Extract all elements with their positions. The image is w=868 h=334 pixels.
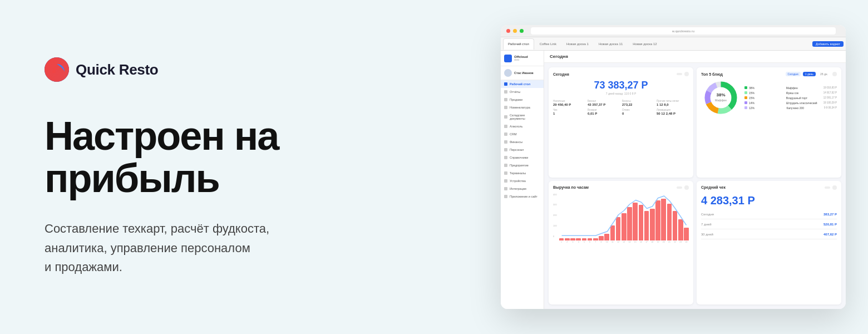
tab-bar: Рабочий стол Coffee Link Новая доска 1 Н… <box>501 37 846 51</box>
day-filter[interactable]: 1 день <box>803 72 816 76</box>
refresh-icon[interactable] <box>832 185 837 190</box>
stat-label: Прочие типы оплат <box>657 100 689 102</box>
left-section: Quick Resto Настроен на прибыль Составле… <box>0 0 456 334</box>
bar-fill <box>650 209 655 240</box>
svg-point-1 <box>45 57 69 82</box>
nav-item-reports[interactable]: Отчёты <box>501 88 544 96</box>
action-dots[interactable] <box>677 73 682 75</box>
bars-container: 12345678101112131415161718192021222324 <box>559 193 689 243</box>
dashboard-mockup: w.quickresto.ru Рабочий стол Coffee Link… <box>501 25 846 309</box>
legend-color <box>744 101 747 104</box>
action-dots[interactable] <box>825 186 830 189</box>
nav-item-integrations[interactable]: Интеграции <box>501 185 544 193</box>
svg-text:38%: 38% <box>716 92 725 97</box>
legend-color <box>744 91 747 94</box>
bar-col: 4 <box>576 238 581 243</box>
top-dishes-header: Топ 5 блюд Сегодня 1 день 28 дн. <box>701 72 837 76</box>
tab-workdesk[interactable]: Рабочий стол <box>503 38 534 50</box>
avg-rows: Сегодня 383,27 Р 7 дней 520,81 Р 30 дней… <box>701 213 837 239</box>
nav-item-warehouse[interactable]: Складские документы <box>501 111 544 122</box>
stat-value: 29 450,40 Р <box>553 103 585 106</box>
bar-col: 15 <box>633 203 638 243</box>
bar-col: 24 <box>684 228 689 243</box>
add-widget-button[interactable]: Добавить виджет <box>812 41 844 47</box>
bar-fill <box>673 211 678 240</box>
main-header: Сегодня <box>544 51 846 63</box>
logo-text: Quick Resto <box>76 61 158 78</box>
bar-fill <box>610 225 615 240</box>
bar-label: 10 <box>606 241 608 243</box>
top-dishes-widget: Топ 5 блюд Сегодня 1 день 28 дн. <box>697 67 841 178</box>
dot-yellow <box>513 29 517 33</box>
bar-chart-widget: Выручка по часам 400 300 200 10 <box>549 181 693 305</box>
refresh-icon[interactable] <box>684 185 689 190</box>
dot-green <box>520 29 524 33</box>
bar-fill <box>633 203 638 240</box>
bar-label: 24 <box>685 241 688 243</box>
avg-row-label: 7 дней <box>701 223 712 226</box>
avg-row-label: 30 дней <box>701 233 713 236</box>
tab-new1[interactable]: Новая доска 1 <box>562 38 593 50</box>
hero-title: Настроен на прибыль <box>45 115 412 199</box>
bar-label: 8 <box>600 241 601 243</box>
tab-new11[interactable]: Новая доска 11 <box>594 38 627 50</box>
nav-item-personnel[interactable]: Персонал <box>501 146 544 154</box>
nav-item-finance[interactable]: Финансы <box>501 138 544 146</box>
bar-col: 16 <box>639 205 644 243</box>
today-filter[interactable]: Сегодня <box>786 72 801 76</box>
nav-item-devices[interactable]: Устройства <box>501 177 544 185</box>
nav-item-sales[interactable]: Продажи <box>501 96 544 104</box>
bar-col: 12 <box>616 217 621 243</box>
bar-fill <box>627 207 632 240</box>
stat-label: Наличные <box>553 100 585 102</box>
nav-item-nomenclature[interactable]: Номенклатура <box>501 104 544 111</box>
today-title: Сегодня <box>553 72 569 76</box>
bar-col: 6 <box>588 238 593 243</box>
bar-label: 18 <box>651 241 653 243</box>
bar-fill <box>639 205 644 240</box>
bar-col: 8 <box>599 236 604 243</box>
nav-item-app[interactable]: Приложение и сайт <box>501 193 544 200</box>
bar-label: 13 <box>623 241 625 243</box>
nav-dot <box>504 125 507 128</box>
browser-url: w.quickresto.ru <box>531 27 836 35</box>
nav-item-workdesk[interactable]: Рабочий стол <box>501 80 544 88</box>
bar-chart-header: Выручка по часам <box>553 185 689 190</box>
stat-label: Ликвидация <box>657 109 689 111</box>
bar-fill <box>604 234 609 240</box>
bar-fill <box>684 228 689 240</box>
nav-item-enterprise[interactable]: Предприятие <box>501 161 544 169</box>
days28-filter[interactable]: 28 дн. <box>818 72 830 76</box>
tab-coffee[interactable]: Coffee Link <box>535 38 561 50</box>
tab-new12[interactable]: Новая доска 12 <box>628 38 661 50</box>
today-sub-label: 7 дней назад: 110 0 8 Р <box>553 92 689 95</box>
action-dots[interactable] <box>677 186 682 189</box>
top-dishes-body: 38% Маффин 38% Маффин 19 016,93 Р <box>701 80 837 116</box>
nav-item-crm[interactable]: CRM <box>501 130 544 138</box>
today-widget: Сегодня 73 383,27 Р 7 дней назад: 110 0 … <box>549 67 693 178</box>
stat-value: 0,01 Р <box>588 112 620 115</box>
bar-fill <box>570 238 575 240</box>
avg-check-title: Средний чек <box>701 185 726 189</box>
nav-dot <box>504 140 507 144</box>
sidebar-username: Стас Иванов <box>514 71 534 75</box>
nav-dot <box>504 171 507 175</box>
bar-label: 1 <box>561 241 562 243</box>
settings-icon[interactable] <box>832 72 837 76</box>
stat-likv: Ликвидация 50 12 2,48 Р <box>657 109 689 115</box>
today-widget-actions <box>677 72 689 76</box>
bar-fill <box>582 238 587 240</box>
nav-item-terminals[interactable]: Терминалы <box>501 169 544 177</box>
avg-check-widget: Средний чек 4 283,31 Р Сегодня 383,27 Р <box>697 181 841 305</box>
nav-item-alcohol[interactable]: Алкоголь <box>501 122 544 130</box>
nav-item-directories[interactable]: Справочники <box>501 154 544 161</box>
nav-dot <box>504 132 507 136</box>
bar-label: 20 <box>663 241 665 243</box>
bar-fill <box>593 238 598 240</box>
bar-label: 7 <box>595 241 596 243</box>
hero-subtitle: Составление техкарт, расчёт фудкоста, ан… <box>45 219 356 276</box>
stat-chek: Чек 1 <box>553 109 585 115</box>
bar-fill <box>655 200 660 240</box>
sidebar-logo-icon <box>504 55 512 62</box>
refresh-icon[interactable] <box>684 72 689 76</box>
